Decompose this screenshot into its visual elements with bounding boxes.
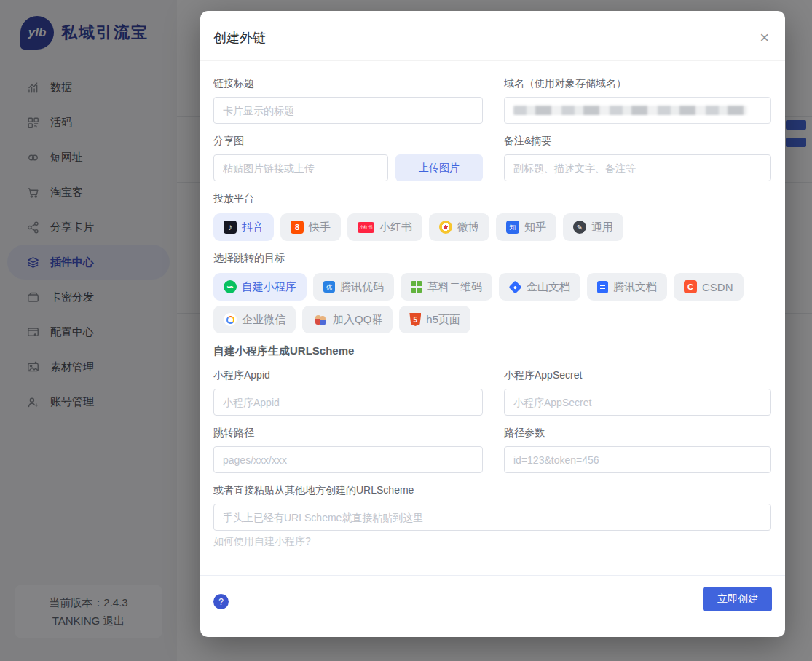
platform-options: 抖音 快手 小红书 微博 知乎 xyxy=(213,213,771,241)
platform-option-kuaishou[interactable]: 快手 xyxy=(280,213,341,241)
chip-label: 微博 xyxy=(457,221,479,234)
share-image-label: 分享图 xyxy=(213,135,483,148)
appsecret-label: 小程序AppSecret xyxy=(504,369,771,382)
weibo-icon xyxy=(439,221,452,234)
upload-image-button[interactable]: 上传图片 xyxy=(395,154,483,181)
zhihu-icon xyxy=(506,221,519,234)
remark-input[interactable] xyxy=(504,154,771,181)
target-section-label: 选择跳转的目标 xyxy=(213,252,771,265)
chip-label: 小红书 xyxy=(379,221,412,234)
chip-label: h5页面 xyxy=(426,313,460,327)
create-link-modal: 创建外链 × 链接标题 域名（使用对象存储域名） 分享图 xyxy=(200,11,785,637)
target-option-csdn[interactable]: CSDN xyxy=(674,273,744,301)
domain-input[interactable] xyxy=(504,97,771,124)
chip-label: 快手 xyxy=(309,221,331,234)
params-input[interactable] xyxy=(504,446,771,473)
app-page: ylb 私域引流宝 数据 活码 短网址 淘宝客 分享卡片 xyxy=(0,0,812,661)
target-options: 自建小程序 腾讯优码 草料二维码 金山文档 腾讯文档 xyxy=(213,273,771,333)
redacted-domain-value xyxy=(513,106,747,115)
create-now-button[interactable]: 立即创建 xyxy=(703,587,772,611)
wework-icon xyxy=(224,313,237,326)
share-image-input[interactable] xyxy=(213,154,388,181)
target-option-miniapp[interactable]: 自建小程序 xyxy=(213,273,307,301)
qq-group-icon xyxy=(312,313,328,326)
tencent-youma-icon xyxy=(323,281,335,293)
chip-label: 自建小程序 xyxy=(242,280,296,294)
close-icon[interactable]: × xyxy=(760,30,769,46)
chip-label: 通用 xyxy=(591,221,613,234)
modal-body: 链接标题 域名（使用对象存储域名） 分享图 上传图片 xyxy=(200,61,785,575)
csdn-icon xyxy=(684,280,697,293)
chip-label: 草料二维码 xyxy=(427,280,482,294)
douyin-icon xyxy=(224,221,237,234)
chip-label: 腾讯优码 xyxy=(340,280,384,294)
kingsoft-docs-icon xyxy=(508,280,521,293)
modal-title: 创建外链 xyxy=(213,29,266,47)
target-option-caoliao-qr[interactable]: 草料二维码 xyxy=(401,273,492,301)
platform-option-weibo[interactable]: 微博 xyxy=(429,213,489,241)
chip-label: 加入QQ群 xyxy=(333,313,382,327)
urlscheme-label: 或者直接粘贴从其他地方创建的URLScheme xyxy=(213,484,771,497)
chip-label: CSDN xyxy=(702,281,733,293)
chip-label: 知乎 xyxy=(524,221,546,234)
target-option-kingsoft-docs[interactable]: 金山文档 xyxy=(499,273,580,301)
chip-label: 企业微信 xyxy=(242,313,285,327)
xiaohongshu-icon xyxy=(358,222,374,233)
target-option-wework[interactable]: 企业微信 xyxy=(213,306,296,333)
chip-label: 腾讯文档 xyxy=(613,280,657,294)
chip-label: 抖音 xyxy=(242,221,264,234)
generic-pen-icon xyxy=(573,221,586,234)
link-title-label: 链接标题 xyxy=(213,77,483,90)
appsecret-input[interactable] xyxy=(504,389,771,416)
target-option-h5[interactable]: h5页面 xyxy=(399,306,470,333)
kuaishou-icon xyxy=(291,221,304,234)
tencent-docs-icon xyxy=(597,281,608,293)
h5-icon xyxy=(409,313,421,326)
caoliao-qr-icon xyxy=(411,281,422,293)
modal-header: 创建外链 × xyxy=(200,11,785,61)
domain-label: 域名（使用对象存储域名） xyxy=(504,77,771,90)
appid-label: 小程序Appid xyxy=(213,369,483,382)
target-option-tencent-docs[interactable]: 腾讯文档 xyxy=(587,273,667,301)
platform-option-douyin[interactable]: 抖音 xyxy=(213,213,274,241)
appid-input[interactable] xyxy=(213,389,483,416)
platform-option-zhihu[interactable]: 知乎 xyxy=(496,213,556,241)
path-input[interactable] xyxy=(213,446,483,473)
remark-label: 备注&摘要 xyxy=(504,135,771,148)
params-label: 路径参数 xyxy=(504,427,771,440)
how-to-use-link[interactable]: 如何使用自建小程序? xyxy=(213,535,771,548)
miniapp-icon xyxy=(224,280,237,293)
platform-option-generic[interactable]: 通用 xyxy=(563,213,623,241)
path-label: 跳转路径 xyxy=(213,427,483,440)
platform-section-label: 投放平台 xyxy=(213,192,771,205)
target-option-qq-group[interactable]: 加入QQ群 xyxy=(302,306,393,333)
scheme-section-title: 自建小程序生成URLScheme xyxy=(213,344,771,358)
platform-option-xiaohongshu[interactable]: 小红书 xyxy=(347,213,422,241)
chip-label: 金山文档 xyxy=(527,280,570,294)
link-title-input[interactable] xyxy=(213,97,483,124)
modal-footer: ? 立即创建 xyxy=(200,575,785,637)
urlscheme-input[interactable] xyxy=(213,504,771,531)
target-option-tencent-youma[interactable]: 腾讯优码 xyxy=(313,273,394,301)
help-circle-button[interactable]: ? xyxy=(213,594,229,609)
